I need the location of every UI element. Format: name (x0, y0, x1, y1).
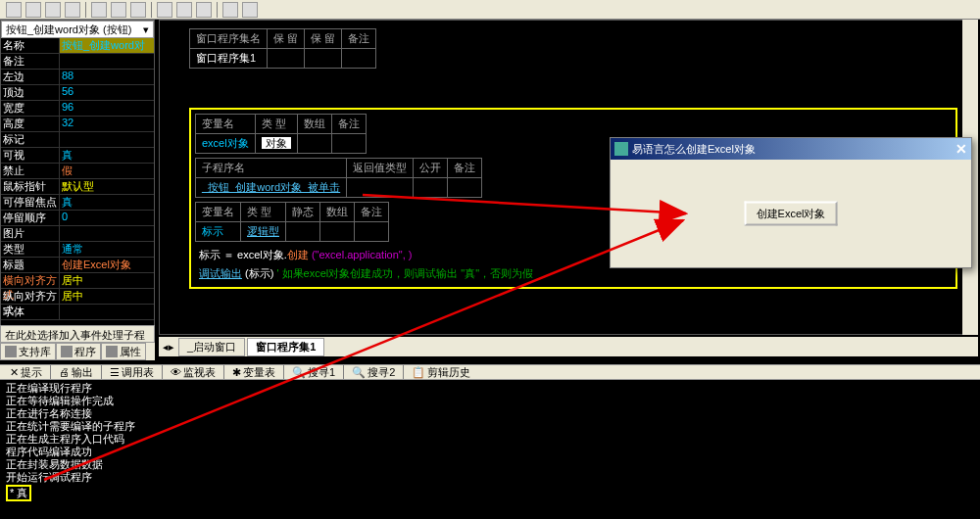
tab-support-lib[interactable]: 支持库 (0, 343, 56, 360)
output-tabs: ✕ 提示 🖨 输出 ☰ 调用表 👁 监视表 ✱ 变量表 🔍 搜寻1 🔍 搜寻2 … (0, 364, 980, 380)
property-grid[interactable]: 名称按钮_创建word对备注左边88顶边56宽度96高度32标记可视真禁止假鼠标… (1, 38, 154, 320)
property-row[interactable]: 备注 (1, 54, 154, 70)
tool-icon[interactable] (45, 2, 61, 18)
tab-search2[interactable]: 🔍 搜寻2 (346, 365, 401, 380)
tool-icon[interactable] (196, 2, 212, 18)
property-row[interactable]: 禁止假 (1, 164, 154, 179)
tab-output[interactable]: 🖨 输出 (53, 365, 99, 380)
property-row[interactable]: 左边88 (1, 70, 154, 85)
left-bottom-panel: 在此处选择加入事件处理子程序 支持库 程序 属性 (0, 325, 155, 360)
tab-calltable[interactable]: ☰ 调用表 (104, 365, 160, 380)
property-row[interactable]: 标记 (1, 132, 154, 148)
tool-icon[interactable] (25, 2, 41, 18)
editor-tabs: ◂▸ _启动窗口 窗口程序集1 (159, 337, 978, 356)
properties-panel: 按钮_创建word对象 (按钮) ▾ 名称按钮_创建word对备注左边88顶边5… (0, 20, 155, 353)
assembly-table: 窗口程序集名保 留保 留备注 窗口程序集1 (189, 28, 376, 69)
separator (151, 2, 152, 18)
tab-clipboard[interactable]: 📋 剪辑历史 (406, 365, 476, 380)
tool-icon[interactable] (130, 2, 146, 18)
property-row[interactable]: 停留顺序0 (1, 211, 154, 226)
output-line: 正在等待编辑操作完成 (6, 395, 974, 407)
properties-icon (106, 346, 118, 357)
property-row[interactable]: 类型通常 (1, 242, 154, 258)
runtime-dialog: 易语言怎么创建Excel对象 ✕ 创建Excel对象 (610, 137, 972, 268)
create-excel-button[interactable]: 创建Excel对象 (745, 202, 838, 226)
tab-program[interactable]: 程序 (56, 343, 101, 360)
tool-icon[interactable] (111, 2, 126, 18)
property-row[interactable]: 图片 (1, 226, 154, 242)
property-row[interactable]: 顶边56 (1, 85, 154, 101)
property-row[interactable]: 宽度96 (1, 101, 154, 117)
tab-start-window[interactable]: _启动窗口 (178, 338, 245, 356)
book-icon (5, 346, 17, 357)
program-icon (61, 346, 73, 357)
property-row[interactable]: 纵向对齐方式居中 (1, 289, 154, 305)
dialog-titlebar[interactable]: 易语言怎么创建Excel对象 ✕ (611, 138, 971, 160)
var-table: 变量名类 型数组备注 excel对象对象 (195, 114, 367, 154)
tool-icon[interactable] (65, 2, 80, 18)
tool-icon[interactable] (6, 2, 22, 18)
close-icon[interactable]: ✕ (956, 141, 967, 157)
tab-properties[interactable]: 属性 (101, 343, 146, 360)
dialog-body: 创建Excel对象 (611, 160, 971, 267)
output-line: 程序代码编译成功 (6, 446, 974, 458)
tool-icon[interactable] (242, 2, 258, 18)
tab-watch[interactable]: 👁 监视表 (165, 365, 221, 380)
separator (85, 2, 86, 18)
object-dropdown[interactable]: 按钮_创建word对象 (按钮) ▾ (1, 21, 154, 38)
property-row[interactable]: 横向对齐方式居中 (1, 273, 154, 289)
tab-tips[interactable]: ✕ 提示 (4, 365, 48, 380)
tool-icon[interactable] (222, 2, 238, 18)
chevron-down-icon: ▾ (143, 24, 149, 36)
left-tabs: 支持库 程序 属性 (0, 343, 155, 360)
property-row[interactable]: 可停留焦点真 (1, 195, 154, 211)
app-icon (614, 142, 628, 156)
tab-vars[interactable]: ✱ 变量表 (226, 365, 281, 380)
toolbar (0, 0, 980, 20)
sub-table: 子程序名返回值类型公开备注 _按钮_创建word对象_被单击 (195, 158, 482, 198)
output-console[interactable]: 正在编译现行程序正在等待编辑操作完成正在进行名称连接正在统计需要编译的子程序正在… (0, 380, 980, 519)
tool-icon[interactable] (176, 2, 192, 18)
dropdown-text: 按钮_创建word对象 (按钮) (6, 23, 131, 37)
property-row[interactable]: 可视真 (1, 148, 154, 164)
tab-assembly[interactable]: 窗口程序集1 (247, 338, 324, 356)
output-line: 正在进行名称连接 (6, 407, 974, 420)
property-row[interactable]: 高度32 (1, 117, 154, 132)
output-line: 开始运行调试程序 (6, 471, 974, 484)
local-var-table: 变量名类 型静态数组备注 标示逻辑型 (195, 202, 389, 242)
output-line: 正在生成主程序入口代码 (6, 433, 974, 446)
property-row[interactable]: 鼠标指针默认型 (1, 179, 154, 195)
separator (217, 2, 218, 18)
event-caption[interactable]: 在此处选择加入事件处理子程序 (0, 325, 155, 343)
output-result: * 真 (6, 485, 31, 501)
output-line: 正在编译现行程序 (6, 382, 974, 395)
tool-icon[interactable] (91, 2, 107, 18)
tool-icon[interactable] (157, 2, 172, 18)
property-row[interactable]: 字体 (1, 305, 154, 320)
output-line: 正在统计需要编译的子程序 (6, 420, 974, 433)
tab-search1[interactable]: 🔍 搜寻1 (286, 365, 341, 380)
property-row[interactable]: 名称按钮_创建word对 (1, 38, 154, 54)
property-row[interactable]: 标题创建Excel对象 (1, 258, 154, 273)
tab-nav-icon[interactable]: ◂▸ (163, 341, 174, 354)
output-line: 正在封装易数据数据 (6, 458, 974, 471)
dialog-title-text: 易语言怎么创建Excel对象 (632, 142, 756, 157)
